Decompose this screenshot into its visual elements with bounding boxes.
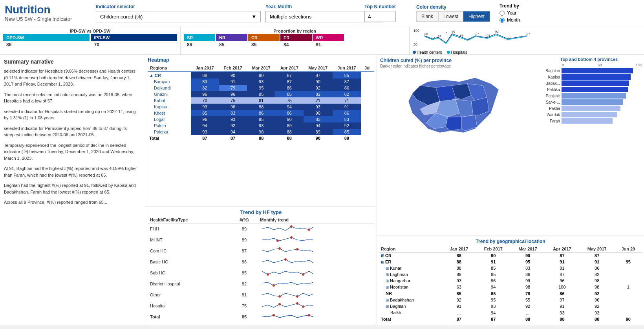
prop-cr-value: 85 [248, 41, 280, 48]
region-cell: ⊞ ER [379, 259, 442, 265]
bar-fill [562, 80, 629, 86]
density-buttons: Blank Lowest Highest [416, 11, 495, 22]
data-cell: 93 [579, 309, 615, 316]
svg-point-18 [278, 247, 281, 250]
province-name: Kapisa [536, 75, 560, 79]
data-cell: 79 [219, 85, 247, 91]
data-cell [361, 116, 374, 122]
density-btn-blank[interactable]: Blank [416, 11, 438, 22]
data-cell: 90 [219, 72, 247, 79]
data-cell: 92 [579, 290, 615, 297]
summary-p4: selected indicator for Permanent jumped … [4, 125, 141, 138]
hf-value-cell: 75 [231, 300, 258, 311]
expand-icon[interactable]: ⊞ [381, 260, 384, 264]
data-cell: 89 [275, 122, 303, 129]
data-cell: 96 [191, 116, 219, 122]
data-cell: 94 [476, 284, 510, 290]
geo-col-region: Region [379, 246, 442, 252]
data-cell: 83 [219, 110, 247, 116]
trend-hf-table: HealthFacilityType #(%) Monthly trend FH… [148, 217, 374, 322]
data-cell: 93 [247, 79, 275, 85]
data-cell: 94 [219, 129, 247, 135]
bar-fill [562, 93, 626, 99]
trend-by-month-radio[interactable] [499, 18, 505, 23]
list-item: Wardak [536, 112, 642, 117]
left-panel: Summary narrative selected indicator for… [0, 55, 145, 325]
trend-by-year-radio[interactable] [499, 11, 505, 16]
prop-wr: WR 81 [313, 34, 344, 48]
expand-icon[interactable]: ⊞ [386, 272, 389, 277]
data-cell: 88 [191, 72, 219, 79]
data-cell: 85 [476, 265, 510, 271]
svg-text:87: 87 [476, 32, 479, 36]
legend-health-centers: Health centers [413, 50, 442, 55]
data-cell [361, 97, 374, 104]
data-cell: 90 [476, 252, 510, 259]
table-row: Com HC 87 [148, 245, 374, 256]
bar-fill [562, 99, 623, 105]
list-item: Kapisa [536, 74, 642, 80]
total-label: Total [379, 316, 442, 322]
expand-icon[interactable]: ⊞ [386, 279, 389, 283]
indicator-selector-dropdown[interactable]: Children cured (%) ▼ [96, 11, 261, 22]
bar-fill [562, 68, 633, 73]
data-cell: 88 [442, 259, 476, 265]
heatmap-col-jul: Jul [361, 64, 374, 72]
expand-icon[interactable]: ⊞ [386, 266, 389, 271]
heatmap-col-may2017: May 2017 [304, 64, 333, 72]
data-cell: 96 [579, 297, 615, 303]
province-bars: Baghlan Kapisa Badak... Paktika [536, 68, 642, 124]
province-name: Farah [536, 119, 560, 123]
data-cell: 83 [304, 116, 333, 122]
data-cell: 90 [304, 110, 333, 116]
ipd-opd-title: IPD-SW vs OPD-SW [70, 28, 110, 34]
svg-point-21 [267, 273, 269, 276]
opd-value: 86 [3, 41, 90, 48]
hf-trend-cell [258, 245, 374, 256]
expand-icon[interactable]: ⊞ [381, 254, 384, 258]
svg-point-15 [308, 228, 310, 231]
region-cell: Kabul [148, 97, 191, 104]
table-row: ⊞ CR 88 90 90 87 87 [379, 252, 642, 259]
trend-by-label: Trend by [499, 3, 520, 9]
table-row: ⊞ Badakhshan 92 95 55 97 96 [379, 297, 642, 303]
data-cell: 95 [247, 91, 275, 97]
data-cell: 98 [510, 284, 545, 290]
data-cell: 88 [247, 135, 275, 141]
heatmap-col-regions: Regions [148, 64, 191, 72]
trend-by-month-row: Month [499, 17, 520, 23]
data-cell: 98 [579, 278, 615, 284]
region-cell: Paktia [148, 122, 191, 129]
data-cell: 93 [476, 303, 510, 309]
data-cell: 61 [247, 97, 275, 104]
data-cell [615, 252, 642, 259]
table-row: ⊞ NR 85 85 78 86 92 [379, 290, 642, 297]
color-density-label: Color density [416, 4, 495, 10]
expand-icon[interactable]: ⊞ [386, 304, 389, 309]
data-cell: 86 [333, 85, 361, 91]
list-item: Paktika [536, 87, 642, 92]
expand-icon[interactable]: ⊞ [386, 298, 389, 302]
data-cell: 96 [191, 91, 219, 97]
hf-type-cell: Com HC [148, 245, 231, 256]
map-title: Children cured (%) per province [380, 58, 531, 63]
expand-icon[interactable]: ⊞ [386, 285, 389, 289]
heatmap-col-feb2017: Feb 2017 [219, 64, 247, 72]
data-cell: 94 [275, 104, 303, 110]
summary-p2: The most recent selected indicator anoma… [4, 91, 141, 104]
top-n-input[interactable]: 4 [364, 11, 396, 22]
data-cell [361, 110, 374, 116]
main-content: Summary narrative selected indicator for… [0, 55, 644, 325]
indicator-selector-label: Indicator selector [96, 4, 261, 9]
density-btn-lowest[interactable]: Lowest [438, 11, 463, 22]
svg-point-25 [296, 295, 298, 298]
region-cell: ⊞ Nangarhar [379, 278, 442, 284]
data-cell: 91 [219, 79, 247, 85]
bar-fill [562, 74, 631, 80]
data-cell: 82 [304, 91, 333, 97]
region-cell: ⊞ Laghman [379, 271, 442, 278]
geo-section: Trend by geographical location Region Ja… [377, 236, 644, 325]
summary-p3: selected indicator for Hospitals started… [4, 108, 141, 121]
title-block: Nutrition New U5 SW - Single indicator [5, 4, 91, 22]
density-btn-highest[interactable]: Highest [463, 11, 490, 22]
